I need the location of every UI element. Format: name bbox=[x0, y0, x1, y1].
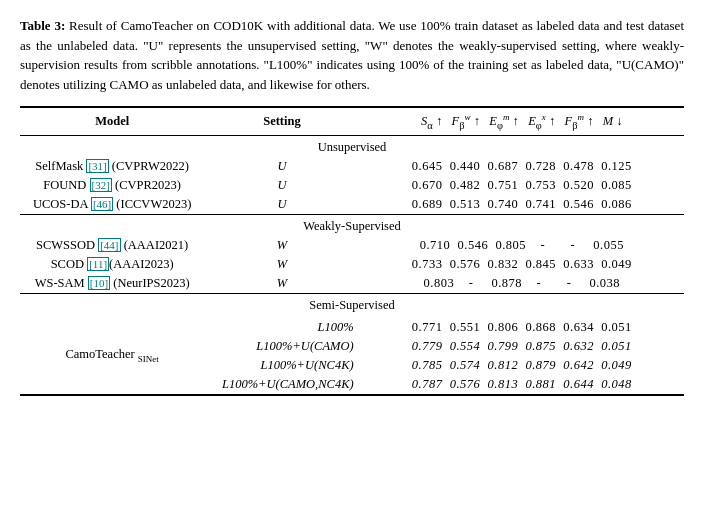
table-row: WS-SAM [10] (NeurIPS2023) W 0.803 - 0.87… bbox=[20, 274, 684, 294]
table-row: SelfMask [31] (CVPRW2022) U 0.645 0.440 … bbox=[20, 157, 684, 176]
section-weakly-supervised: Weakly-Supervised bbox=[20, 214, 684, 236]
model-selfmask: SelfMask [31] (CVPRW2022) bbox=[20, 157, 204, 176]
caption-text: Result of CamoTeacher on COD10K with add… bbox=[20, 18, 684, 92]
ref-31[interactable]: [31] bbox=[86, 159, 108, 173]
ref-44[interactable]: [44] bbox=[98, 238, 120, 252]
metrics-cell: 0.733 0.576 0.832 0.845 0.633 0.049 bbox=[360, 255, 684, 274]
results-table: Model Setting Sα ↑ Fβw ↑ Eφm ↑ Eφx ↑ Fβm… bbox=[20, 106, 684, 396]
setting-cell: U bbox=[204, 157, 359, 176]
table-row: SCOD [11](AAAI2023) W 0.733 0.576 0.832 … bbox=[20, 255, 684, 274]
ref-11[interactable]: [11] bbox=[87, 257, 109, 271]
setting-cell: W bbox=[204, 274, 359, 294]
setting-cell: W bbox=[204, 236, 359, 255]
col-metrics: Sα ↑ Fβw ↑ Eφm ↑ Eφx ↑ Fβm ↑ M ↓ bbox=[360, 107, 684, 135]
model-sinet-subscript: SINet bbox=[138, 354, 159, 364]
setting-l100-nc4k: L100%+U(NC4K) bbox=[204, 356, 359, 375]
setting-l100-camo-nc4k: L100%+U(CAMO,NC4K) bbox=[204, 375, 359, 395]
section-semi-supervised: Semi-Supervised bbox=[20, 293, 684, 315]
metrics-l100-camo-nc4k: 0.787 0.576 0.813 0.881 0.644 0.048 bbox=[360, 375, 684, 395]
ref-32[interactable]: [32] bbox=[90, 178, 112, 192]
model-ucosda: UCOS-DA [46] (ICCVW2023) bbox=[20, 195, 204, 215]
table-row: FOUND [32] (CVPR2023) U 0.670 0.482 0.75… bbox=[20, 176, 684, 195]
model-camoteacher: CamoTeacher SINet bbox=[20, 315, 204, 395]
model-wssam: WS-SAM [10] (NeurIPS2023) bbox=[20, 274, 204, 294]
setting-l100: L100% bbox=[204, 315, 359, 337]
model-scod: SCOD [11](AAAI2023) bbox=[20, 255, 204, 274]
setting-cell: U bbox=[204, 195, 359, 215]
metrics-l100-nc4k: 0.785 0.574 0.812 0.879 0.642 0.049 bbox=[360, 356, 684, 375]
col-setting: Setting bbox=[204, 107, 359, 135]
header-row: Model Setting Sα ↑ Fβw ↑ Eφm ↑ Eφx ↑ Fβm… bbox=[20, 107, 684, 135]
ref-46[interactable]: [46] bbox=[91, 197, 113, 211]
metrics-l100-camo: 0.779 0.554 0.799 0.875 0.632 0.051 bbox=[360, 337, 684, 356]
table-row: CamoTeacher SINet L100% 0.771 0.551 0.80… bbox=[20, 315, 684, 337]
ref-10[interactable]: [10] bbox=[88, 276, 110, 290]
setting-cell: W bbox=[204, 255, 359, 274]
metrics-cell: 0.803 - 0.878 - - 0.038 bbox=[360, 274, 684, 294]
table-label: Table 3: bbox=[20, 18, 65, 33]
table-caption: Table 3: Result of CamoTeacher on COD10K… bbox=[20, 16, 684, 94]
table-row: UCOS-DA [46] (ICCVW2023) U 0.689 0.513 0… bbox=[20, 195, 684, 215]
model-scwssod: SCWSSOD [44] (AAAI2021) bbox=[20, 236, 204, 255]
table-row: SCWSSOD [44] (AAAI2021) W 0.710 0.546 0.… bbox=[20, 236, 684, 255]
metrics-cell: 0.670 0.482 0.751 0.753 0.520 0.085 bbox=[360, 176, 684, 195]
metrics-l100: 0.771 0.551 0.806 0.868 0.634 0.051 bbox=[360, 315, 684, 337]
metrics-cell: 0.710 0.546 0.805 - - 0.055 bbox=[360, 236, 684, 255]
section-unsupervised: Unsupervised bbox=[20, 135, 684, 157]
metrics-cell: 0.689 0.513 0.740 0.741 0.546 0.086 bbox=[360, 195, 684, 215]
metrics-cell: 0.645 0.440 0.687 0.728 0.478 0.125 bbox=[360, 157, 684, 176]
setting-cell: U bbox=[204, 176, 359, 195]
col-model: Model bbox=[20, 107, 204, 135]
model-found: FOUND [32] (CVPR2023) bbox=[20, 176, 204, 195]
setting-l100-camo: L100%+U(CAMO) bbox=[204, 337, 359, 356]
